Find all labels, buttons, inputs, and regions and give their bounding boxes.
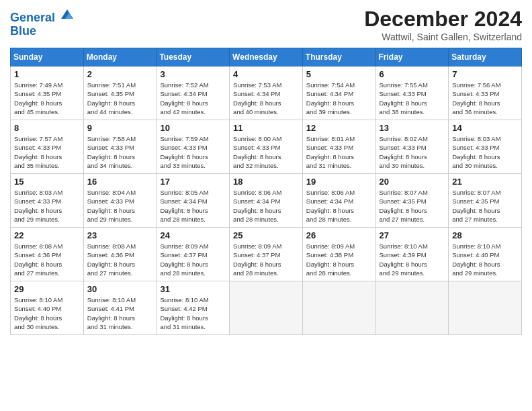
cell-line: Sunrise: 8:09 AM	[306, 242, 372, 250]
cell-line: Sunset: 4:39 PM	[380, 250, 445, 259]
cell-line: and 30 minutes.	[14, 322, 80, 331]
cell-line: Sunrise: 7:57 AM	[14, 134, 80, 143]
cell-line: Daylight: 8 hours	[14, 314, 80, 322]
day-number: 5	[306, 69, 372, 79]
calendar-cell: 27Sunrise: 8:10 AMSunset: 4:39 PMDayligh…	[375, 228, 449, 281]
cell-line: Daylight: 8 hours	[14, 152, 80, 161]
calendar-cell: 25Sunrise: 8:09 AMSunset: 4:37 PMDayligh…	[230, 228, 303, 281]
calendar-cell: 13Sunrise: 8:02 AMSunset: 4:33 PMDayligh…	[375, 120, 449, 174]
cell-line: Daylight: 8 hours	[452, 152, 518, 161]
calendar-cell: 3Sunrise: 7:52 AMSunset: 4:34 PMDaylight…	[157, 66, 230, 120]
cell-line: and 27 minutes.	[14, 269, 80, 277]
day-number: 6	[380, 69, 445, 79]
calendar-cell: 12Sunrise: 8:01 AMSunset: 4:33 PMDayligh…	[302, 120, 375, 174]
cell-line: Sunset: 4:34 PM	[306, 89, 372, 98]
cell-line: Daylight: 8 hours	[233, 260, 299, 269]
cell-line: and 44 minutes.	[87, 107, 153, 116]
cell-line: Sunset: 4:40 PM	[14, 304, 80, 313]
day-number: 15	[14, 177, 80, 187]
cell-line: and 45 minutes.	[14, 107, 80, 116]
calendar-week-4: 22Sunrise: 8:08 AMSunset: 4:36 PMDayligh…	[11, 228, 522, 281]
cell-line: Sunrise: 8:03 AM	[452, 134, 518, 143]
calendar-cell: 2Sunrise: 7:51 AMSunset: 4:35 PMDaylight…	[83, 66, 157, 120]
day-number: 26	[306, 230, 372, 240]
day-number: 23	[87, 230, 153, 240]
cell-line: Sunset: 4:33 PM	[306, 143, 372, 152]
logo: General Blue	[10, 7, 75, 38]
cell-line: Sunset: 4:37 PM	[160, 250, 226, 259]
cell-line: Sunrise: 7:56 AM	[452, 81, 518, 89]
cell-line: Sunset: 4:35 PM	[380, 197, 445, 205]
cell-line: Sunrise: 8:06 AM	[306, 188, 372, 197]
cell-line: Daylight: 8 hours	[87, 152, 153, 161]
cell-line: Sunset: 4:34 PM	[160, 197, 226, 205]
cell-line: Daylight: 8 hours	[452, 260, 518, 269]
calendar-cell: 19Sunrise: 8:06 AMSunset: 4:34 PMDayligh…	[302, 174, 375, 228]
cell-line: Sunset: 4:33 PM	[380, 89, 445, 98]
cell-line: Daylight: 8 hours	[233, 152, 299, 161]
cell-line: and 31 minutes.	[160, 322, 226, 331]
cell-line: Sunset: 4:35 PM	[87, 89, 153, 98]
day-number: 21	[452, 177, 518, 187]
cell-line: Sunset: 4:35 PM	[14, 89, 80, 98]
cell-line: Daylight: 8 hours	[160, 152, 226, 161]
day-number: 11	[233, 123, 299, 133]
cell-line: and 28 minutes.	[233, 269, 299, 277]
cell-line: Daylight: 8 hours	[14, 206, 80, 215]
cell-line: Sunrise: 8:09 AM	[160, 242, 226, 250]
header: General Blue December 2024 Wattwil, Sain…	[10, 7, 522, 42]
title-area: December 2024 Wattwil, Saint Gallen, Swi…	[364, 7, 522, 42]
weekday-header-sunday: Sunday	[11, 48, 84, 66]
day-number: 1	[14, 69, 80, 79]
logo-general: General	[10, 11, 55, 24]
day-number: 14	[452, 123, 518, 133]
day-number: 18	[233, 177, 299, 187]
cell-line: Sunset: 4:37 PM	[233, 250, 299, 259]
cell-line: Sunset: 4:33 PM	[233, 143, 299, 152]
day-number: 20	[380, 177, 445, 187]
cell-line: Daylight: 8 hours	[306, 99, 372, 107]
calendar-cell	[302, 281, 375, 335]
day-number: 13	[380, 123, 445, 133]
cell-line: Daylight: 8 hours	[14, 260, 80, 269]
cell-line: and 33 minutes.	[160, 161, 226, 170]
cell-line: Daylight: 8 hours	[160, 314, 226, 322]
cell-line: Sunset: 4:34 PM	[233, 197, 299, 205]
calendar-week-2: 8Sunrise: 7:57 AMSunset: 4:33 PMDaylight…	[11, 120, 522, 174]
cell-line: Sunrise: 8:05 AM	[160, 188, 226, 197]
cell-line: and 28 minutes.	[306, 269, 372, 277]
cell-line: and 35 minutes.	[14, 161, 80, 170]
cell-line: Sunrise: 8:10 AM	[380, 242, 445, 250]
cell-line: and 32 minutes.	[233, 161, 299, 170]
day-number: 17	[160, 177, 226, 187]
calendar-cell	[230, 281, 303, 335]
weekday-header-row: SundayMondayTuesdayWednesdayThursdayFrid…	[11, 48, 522, 66]
day-number: 12	[306, 123, 372, 133]
cell-line: and 27 minutes.	[452, 215, 518, 224]
calendar-cell: 29Sunrise: 8:10 AMSunset: 4:40 PMDayligh…	[11, 281, 84, 335]
cell-line: and 40 minutes.	[233, 107, 299, 116]
cell-line: Sunrise: 7:51 AM	[87, 81, 153, 89]
calendar-cell: 21Sunrise: 8:07 AMSunset: 4:35 PMDayligh…	[449, 174, 522, 228]
day-number: 25	[233, 230, 299, 240]
calendar-cell: 4Sunrise: 7:53 AMSunset: 4:34 PMDaylight…	[230, 66, 303, 120]
cell-line: and 30 minutes.	[380, 161, 445, 170]
calendar-week-3: 15Sunrise: 8:03 AMSunset: 4:33 PMDayligh…	[11, 174, 522, 228]
cell-line: Sunrise: 7:55 AM	[380, 81, 445, 89]
cell-line: and 31 minutes.	[306, 161, 372, 170]
cell-line: and 27 minutes.	[87, 269, 153, 277]
cell-line: Daylight: 8 hours	[452, 206, 518, 215]
cell-line: Sunset: 4:34 PM	[160, 89, 226, 98]
calendar-week-5: 29Sunrise: 8:10 AMSunset: 4:40 PMDayligh…	[11, 281, 522, 335]
cell-line: Sunrise: 7:54 AM	[306, 81, 372, 89]
calendar-cell: 17Sunrise: 8:05 AMSunset: 4:34 PMDayligh…	[157, 174, 230, 228]
calendar-cell: 20Sunrise: 8:07 AMSunset: 4:35 PMDayligh…	[375, 174, 449, 228]
day-number: 24	[160, 230, 226, 240]
calendar-cell: 6Sunrise: 7:55 AMSunset: 4:33 PMDaylight…	[375, 66, 449, 120]
calendar-cell: 24Sunrise: 8:09 AMSunset: 4:37 PMDayligh…	[157, 228, 230, 281]
cell-line: Daylight: 8 hours	[380, 152, 445, 161]
logo-blue: Blue	[10, 24, 36, 38]
cell-line: and 42 minutes.	[160, 107, 226, 116]
cell-line: Sunrise: 8:10 AM	[14, 295, 80, 304]
cell-line: Sunrise: 8:06 AM	[233, 188, 299, 197]
